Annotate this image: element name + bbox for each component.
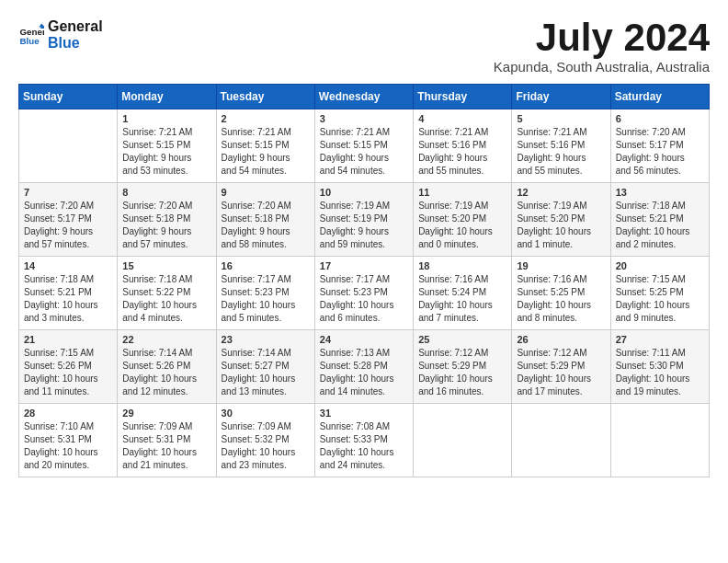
- day-number: 22: [122, 334, 210, 345]
- cell-text-line: Daylight: 10 hours: [418, 373, 493, 384]
- cell-text-line: Daylight: 10 hours: [24, 373, 98, 384]
- cell-content: Sunrise: 7:21 AMSunset: 5:16 PMDaylight:…: [517, 126, 605, 178]
- cell-text-line: Sunset: 5:31 PM: [122, 434, 190, 444]
- cell-text-line: Sunset: 5:20 PM: [418, 213, 486, 224]
- calendar-cell: 28Sunrise: 7:10 AMSunset: 5:31 PMDayligh…: [19, 404, 118, 477]
- cell-text-line: Sunset: 5:32 PM: [222, 434, 290, 444]
- weekday-header-sunday: Sunday: [19, 85, 118, 109]
- logo-blue: Blue: [48, 35, 103, 52]
- cell-text-line: and 53 minutes.: [122, 166, 188, 176]
- cell-text-line: Daylight: 9 hours: [517, 153, 586, 163]
- cell-content: Sunrise: 7:19 AMSunset: 5:20 PMDaylight:…: [517, 200, 605, 251]
- cell-text-line: Sunset: 5:29 PM: [517, 361, 585, 371]
- calendar-header: SundayMondayTuesdayWednesdayThursdayFrid…: [19, 85, 710, 109]
- cell-content: Sunrise: 7:17 AMSunset: 5:23 PMDaylight:…: [320, 273, 408, 325]
- cell-text-line: and 56 minutes.: [616, 166, 681, 176]
- cell-content: Sunrise: 7:09 AMSunset: 5:32 PMDaylight:…: [222, 420, 310, 472]
- cell-content: Sunrise: 7:17 AMSunset: 5:23 PMDaylight:…: [222, 273, 310, 325]
- cell-content: Sunrise: 7:20 AMSunset: 5:18 PMDaylight:…: [122, 200, 210, 251]
- cell-content: Sunrise: 7:13 AMSunset: 5:28 PMDaylight:…: [320, 347, 408, 398]
- cell-text-line: Sunset: 5:15 PM: [222, 140, 290, 150]
- cell-text-line: Sunrise: 7:11 AM: [616, 348, 686, 358]
- day-number: 31: [320, 408, 408, 419]
- cell-text-line: Daylight: 10 hours: [222, 447, 296, 457]
- page-header: General Blue General Blue July 2024 Kapu…: [18, 18, 710, 75]
- cell-text-line: and 14 minutes.: [320, 386, 385, 396]
- cell-text-line: and 7 minutes.: [418, 313, 479, 323]
- cell-text-line: Daylight: 10 hours: [616, 300, 690, 310]
- day-number: 24: [320, 334, 408, 345]
- calendar-cell: 5Sunrise: 7:21 AMSunset: 5:16 PMDaylight…: [512, 109, 610, 183]
- cell-text-line: Daylight: 10 hours: [418, 226, 493, 236]
- cell-text-line: Sunset: 5:24 PM: [418, 287, 486, 297]
- cell-text-line: and 3 minutes.: [24, 313, 85, 323]
- day-number: 21: [24, 334, 112, 345]
- day-number: 18: [418, 260, 506, 271]
- cell-text-line: and 5 minutes.: [222, 313, 282, 323]
- cell-text-line: and 24 minutes.: [320, 460, 385, 470]
- cell-text-line: Daylight: 10 hours: [122, 373, 197, 384]
- logo-general: General: [48, 18, 103, 35]
- cell-content: Sunrise: 7:10 AMSunset: 5:31 PMDaylight:…: [24, 420, 112, 472]
- day-number: 12: [517, 187, 605, 198]
- cell-text-line: Daylight: 10 hours: [122, 300, 197, 310]
- cell-text-line: Sunrise: 7:15 AM: [24, 348, 94, 358]
- cell-text-line: Daylight: 10 hours: [320, 300, 394, 310]
- cell-text-line: and 58 minutes.: [222, 239, 287, 249]
- cell-text-line: and 59 minutes.: [320, 239, 385, 249]
- calendar-week-1: 1Sunrise: 7:21 AMSunset: 5:15 PMDaylight…: [19, 109, 710, 183]
- cell-text-line: Daylight: 9 hours: [222, 153, 290, 163]
- calendar-cell: 11Sunrise: 7:19 AMSunset: 5:20 PMDayligh…: [414, 183, 512, 257]
- cell-text-line: Sunset: 5:16 PM: [517, 140, 585, 150]
- cell-content: Sunrise: 7:18 AMSunset: 5:21 PMDaylight:…: [24, 273, 112, 325]
- cell-text-line: Sunset: 5:23 PM: [222, 287, 290, 297]
- cell-text-line: Sunset: 5:25 PM: [616, 287, 684, 297]
- cell-text-line: Sunrise: 7:18 AM: [122, 274, 192, 284]
- cell-text-line: Sunrise: 7:21 AM: [122, 127, 192, 137]
- cell-text-line: Sunrise: 7:14 AM: [222, 348, 291, 358]
- cell-text-line: Sunrise: 7:14 AM: [122, 348, 192, 358]
- day-number: 17: [320, 260, 408, 271]
- cell-text-line: and 12 minutes.: [122, 386, 188, 396]
- day-number: 20: [616, 260, 704, 271]
- cell-content: Sunrise: 7:12 AMSunset: 5:29 PMDaylight:…: [418, 347, 506, 398]
- calendar-cell: [610, 404, 709, 477]
- location-title: Kapunda, South Australia, Australia: [494, 59, 710, 75]
- cell-text-line: Sunset: 5:22 PM: [122, 287, 190, 297]
- cell-text-line: Sunrise: 7:16 AM: [517, 274, 586, 284]
- cell-text-line: and 19 minutes.: [616, 386, 681, 396]
- calendar-cell: 18Sunrise: 7:16 AMSunset: 5:24 PMDayligh…: [414, 257, 512, 330]
- cell-text-line: Sunset: 5:29 PM: [418, 361, 486, 371]
- calendar-cell: [19, 109, 118, 183]
- day-number: 28: [24, 408, 112, 419]
- calendar-cell: 29Sunrise: 7:09 AMSunset: 5:31 PMDayligh…: [118, 404, 216, 477]
- calendar-cell: 26Sunrise: 7:12 AMSunset: 5:29 PMDayligh…: [512, 330, 610, 404]
- cell-text-line: and 21 minutes.: [122, 460, 188, 470]
- cell-text-line: Sunrise: 7:13 AM: [320, 348, 390, 358]
- cell-text-line: Daylight: 10 hours: [320, 447, 394, 457]
- cell-text-line: Daylight: 9 hours: [418, 153, 487, 163]
- cell-text-line: Sunset: 5:30 PM: [616, 361, 684, 371]
- cell-content: Sunrise: 7:08 AMSunset: 5:33 PMDaylight:…: [320, 420, 408, 472]
- cell-text-line: Daylight: 10 hours: [122, 447, 197, 457]
- cell-text-line: and 16 minutes.: [418, 386, 483, 396]
- day-number: 26: [517, 334, 605, 345]
- cell-text-line: Daylight: 9 hours: [320, 226, 389, 236]
- calendar-cell: [414, 404, 512, 477]
- calendar-cell: 2Sunrise: 7:21 AMSunset: 5:15 PMDaylight…: [216, 109, 314, 183]
- cell-text-line: Sunset: 5:27 PM: [222, 361, 290, 371]
- cell-text-line: Sunset: 5:28 PM: [320, 361, 388, 371]
- cell-text-line: Daylight: 10 hours: [616, 373, 690, 384]
- cell-text-line: Sunrise: 7:21 AM: [320, 127, 390, 137]
- cell-text-line: and 6 minutes.: [320, 313, 381, 323]
- calendar-cell: 8Sunrise: 7:20 AMSunset: 5:18 PMDaylight…: [118, 183, 216, 257]
- cell-content: Sunrise: 7:11 AMSunset: 5:30 PMDaylight:…: [616, 347, 704, 398]
- calendar-cell: 15Sunrise: 7:18 AMSunset: 5:22 PMDayligh…: [118, 257, 216, 330]
- cell-text-line: Sunset: 5:20 PM: [517, 213, 585, 224]
- cell-text-line: Sunrise: 7:21 AM: [222, 127, 291, 137]
- calendar-week-5: 28Sunrise: 7:10 AMSunset: 5:31 PMDayligh…: [19, 404, 710, 477]
- calendar-week-3: 14Sunrise: 7:18 AMSunset: 5:21 PMDayligh…: [19, 257, 710, 330]
- cell-text-line: and 17 minutes.: [517, 386, 582, 396]
- cell-text-line: and 20 minutes.: [24, 460, 89, 470]
- cell-text-line: and 9 minutes.: [616, 313, 677, 323]
